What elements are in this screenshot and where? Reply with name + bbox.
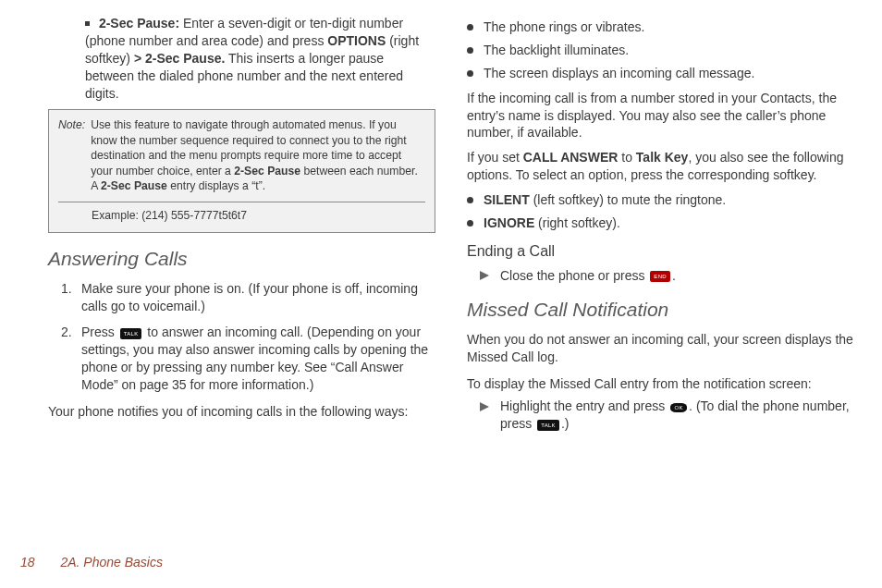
arrow-right-icon [480,402,489,411]
howto-line: To display the Missed Call entry from th… [467,375,854,393]
bold-text: 2-Sec Pause [234,165,300,178]
text: (left softkey) to mute the ringtone. [530,192,726,207]
incoming-paragraph: If the incoming call is from a number st… [467,90,854,142]
bold-text: 2-Sec Pause [101,179,167,192]
heading-missed-call: Missed Call Notification [467,297,854,323]
two-column-layout: 2-Sec Pause: Enter a seven-digit or ten-… [48,15,854,438]
step-number: 2. [61,324,81,394]
label-2sec-pause: 2-Sec Pause: [99,16,179,31]
left-column: 2-Sec Pause: Enter a seven-digit or ten-… [48,15,435,438]
document-page: 2-Sec Pause: Enter a seven-digit or ten-… [0,0,882,588]
callanswer-paragraph: If you set CALL ANSWER to Talk Key, you … [467,149,854,184]
right-column: The phone rings or vibrates. The backlig… [467,15,854,438]
text: .) [561,416,570,431]
bold-text: CALL ANSWER [523,150,619,165]
disc-bullet-icon [467,24,473,31]
text: entry displays a “t”. [167,179,265,192]
text: Highlight the entry and press [500,398,668,413]
text: Press [81,325,118,339]
missed-paragraph: When you do not answer an incoming call,… [467,331,854,366]
disc-bullet-icon [467,47,473,54]
disc-bullet-icon [467,220,473,227]
page-footer: 18 2A. Phone Basics [20,554,163,571]
bullet-item: IGNORE (right softkey). [467,214,854,232]
disc-bullet-icon [467,197,473,203]
arrow-step: Close the phone or press END. [480,267,854,285]
notify-paragraph: Your phone notifies you of incoming call… [48,403,435,421]
divider [58,202,425,202]
bold-text: Talk Key [636,150,689,165]
text: Close the phone or press [500,268,648,283]
text: If you set [467,150,523,165]
ok-key-icon: OK [670,403,687,412]
section-title: 2A. Phone Basics [60,555,163,570]
note-box: Note: Use this feature to navigate throu… [48,109,435,233]
square-bullet-icon [85,21,90,26]
heading-answering-calls: Answering Calls [48,246,435,272]
disc-bullet-icon [467,70,473,77]
note-body: Use this feature to navigate through aut… [91,117,425,193]
step-text: Make sure your phone is on. (If your pho… [81,280,435,315]
page-number: 18 [20,554,35,571]
step-text: Press TALK to answer an incoming call. (… [81,324,435,394]
bullet-item: The phone rings or vibrates. [467,18,854,36]
text: to [618,150,635,165]
bullet-text: The screen displays an incoming call mes… [484,65,754,82]
bold-text: IGNORE [484,215,534,230]
end-key-icon: END [650,271,670,282]
text: . [672,268,676,283]
bullet-item: The backlight illuminates. [467,42,854,59]
label-2sec-pause-2: 2-Sec Pause. [141,51,225,66]
talk-key-icon: TALK [120,328,142,339]
bullet-text: The phone rings or vibrates. [484,18,644,36]
heading-ending-call: Ending a Call [467,241,854,262]
note-example: Example: (214) 555-7777t5t6t7 [92,208,425,223]
note-label: Note: [58,117,85,193]
label-options: OPTIONS [327,33,386,48]
text: (right softkey). [534,215,620,230]
bullet-item: SILENT (left softkey) to mute the ringto… [467,191,854,209]
talk-key-icon: TALK [537,420,559,431]
chevron-right-icon: > [134,51,141,66]
step-number: 1. [61,280,81,315]
step-2: 2. Press TALK to answer an incoming call… [61,324,435,394]
arrow-right-icon [480,271,489,280]
bullet-item: The screen displays an incoming call mes… [467,65,854,82]
nested-bullet: 2-Sec Pause: Enter a seven-digit or ten-… [85,15,435,102]
bold-text: SILENT [484,192,530,207]
bullet-text: The backlight illuminates. [484,42,629,59]
arrow-step: Highlight the entry and press OK. (To di… [480,398,854,433]
step-1: 1. Make sure your phone is on. (If your … [61,280,435,315]
